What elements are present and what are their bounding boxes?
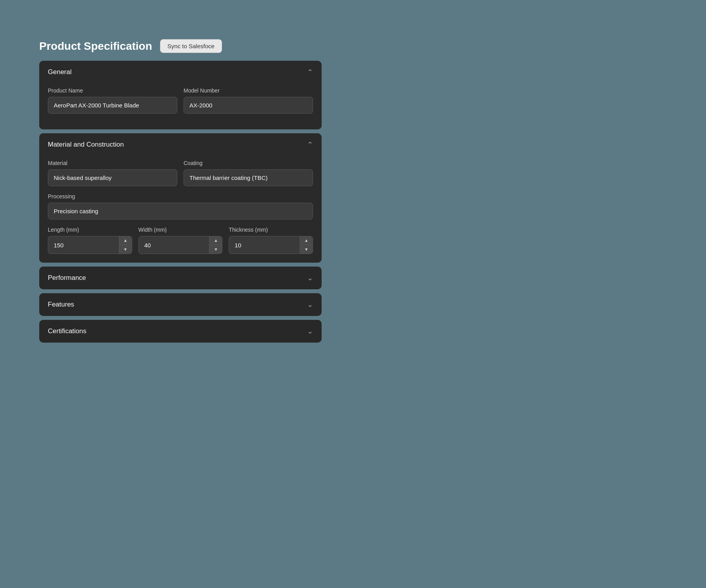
material-section-body: Material Coating Processing Length (mm) (39, 156, 322, 263)
product-name-group: Product Name (48, 87, 177, 114)
model-number-group: Model Number (184, 87, 313, 114)
performance-chevron-down-icon: ⌄ (307, 274, 313, 282)
features-section-title: Features (48, 301, 74, 309)
width-spinner-buttons: ▲ ▼ (209, 236, 222, 254)
general-chevron-up-icon: ⌃ (307, 68, 313, 76)
certifications-section: Certifications ⌄ (39, 320, 322, 343)
certifications-section-header[interactable]: Certifications ⌄ (39, 320, 322, 343)
width-decrement-button[interactable]: ▼ (209, 245, 222, 254)
coating-label: Coating (184, 160, 313, 166)
model-number-label: Model Number (184, 87, 313, 94)
material-coating-row: Material Coating (48, 160, 313, 186)
thickness-group: Thickness (mm) ▲ ▼ (229, 227, 313, 254)
length-decrement-button[interactable]: ▼ (119, 245, 132, 254)
certifications-chevron-down-icon: ⌄ (307, 327, 313, 336)
features-section: Features ⌄ (39, 293, 322, 316)
material-label: Material (48, 160, 177, 166)
width-increment-button[interactable]: ▲ (209, 236, 222, 245)
material-chevron-up-icon: ⌃ (307, 140, 313, 149)
length-label: Length (mm) (48, 227, 132, 233)
material-group: Material (48, 160, 177, 186)
thickness-decrement-button[interactable]: ▼ (300, 245, 313, 254)
performance-section-header[interactable]: Performance ⌄ (39, 267, 322, 289)
features-chevron-down-icon: ⌄ (307, 300, 313, 309)
material-input[interactable] (48, 169, 177, 186)
length-input[interactable] (48, 237, 119, 253)
performance-section: Performance ⌄ (39, 267, 322, 289)
length-increment-button[interactable]: ▲ (119, 236, 132, 245)
material-section-title: Material and Construction (48, 141, 124, 149)
general-section-header[interactable]: General ⌃ (39, 61, 322, 83)
processing-label: Processing (48, 193, 313, 200)
features-section-header[interactable]: Features ⌄ (39, 293, 322, 316)
general-section: General ⌃ Product Name Model Number (39, 61, 322, 129)
general-fields-row: Product Name Model Number (48, 87, 313, 114)
page-container: Product Specification Sync to Salesfoce … (39, 39, 322, 347)
performance-section-title: Performance (48, 274, 86, 282)
thickness-input[interactable] (229, 237, 300, 253)
width-group: Width (mm) ▲ ▼ (138, 227, 223, 254)
dimensions-row: Length (mm) ▲ ▼ Width (mm) ▲ (48, 227, 313, 254)
coating-input[interactable] (184, 169, 313, 186)
thickness-label: Thickness (mm) (229, 227, 313, 233)
page-title: Product Specification (39, 40, 152, 53)
material-section-header[interactable]: Material and Construction ⌃ (39, 133, 322, 156)
width-label: Width (mm) (138, 227, 223, 233)
model-number-input[interactable] (184, 97, 313, 114)
general-section-title: General (48, 68, 71, 76)
thickness-spinner: ▲ ▼ (229, 236, 313, 254)
sync-salesforce-button[interactable]: Sync to Salesfoce (160, 39, 222, 53)
length-spinner: ▲ ▼ (48, 236, 132, 254)
product-name-input[interactable] (48, 97, 177, 114)
width-spinner: ▲ ▼ (138, 236, 223, 254)
page-header: Product Specification Sync to Salesfoce (39, 39, 322, 53)
width-input[interactable] (139, 237, 209, 253)
material-section: Material and Construction ⌃ Material Coa… (39, 133, 322, 263)
general-section-body: Product Name Model Number (39, 83, 322, 129)
coating-group: Coating (184, 160, 313, 186)
thickness-increment-button[interactable]: ▲ (300, 236, 313, 245)
length-spinner-buttons: ▲ ▼ (119, 236, 132, 254)
certifications-section-title: Certifications (48, 327, 86, 335)
length-group: Length (mm) ▲ ▼ (48, 227, 132, 254)
processing-input[interactable] (48, 203, 313, 220)
product-name-label: Product Name (48, 87, 177, 94)
processing-row: Processing (48, 193, 313, 220)
processing-group: Processing (48, 193, 313, 220)
thickness-spinner-buttons: ▲ ▼ (300, 236, 313, 254)
